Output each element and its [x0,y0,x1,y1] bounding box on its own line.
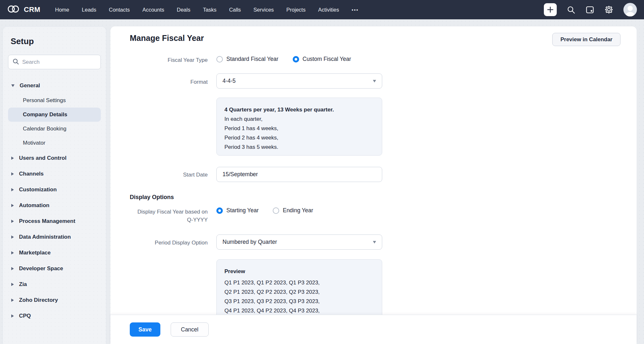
preview-line: Q3 P1 2023, Q3 P2 2023, Q3 P3 2023, [224,297,374,306]
display-fiscal-year-label: Display Fiscal Year based on Q-YYYY [123,208,208,224]
page-title: Manage Fiscal Year [130,33,204,43]
sidebar-item-personal-settings[interactable]: Personal Settings [8,93,101,108]
chevron-right-icon [11,157,14,160]
preview-box: Preview Q1 P1 2023, Q1 P2 2023, Q1 P3 20… [216,259,382,315]
section-label: Data Administration [19,234,71,240]
start-date-label: Start Date [123,172,208,178]
sidebar-item-company-details[interactable]: Company Details [8,108,101,122]
preview-in-calendar-button[interactable]: Preview in Calendar [552,33,620,46]
brand-name: CRM [24,5,40,14]
start-date-input[interactable] [216,167,382,182]
section-label: Zoho Directory [19,297,58,303]
sidebar-section-cpq[interactable]: CPQ [8,308,101,324]
user-avatar[interactable] [623,3,637,16]
preview-title: Preview [224,267,374,276]
chevron-right-icon [11,314,14,318]
navbar-actions [544,3,637,16]
radio-label: Starting Year [226,207,259,214]
radio-starting-year[interactable]: Starting Year [216,207,259,214]
label-line-1: Display Fiscal Year based on [123,208,208,216]
section-label: CPQ [19,313,31,319]
radio-unselected-icon [273,207,279,214]
radio-selected-icon [216,207,223,214]
sidebar-section-automation[interactable]: Automation [8,197,101,213]
nav-item-activities[interactable]: Activities [318,7,339,13]
chevron-right-icon [11,299,14,302]
section-label: Process Management [19,218,75,225]
format-select[interactable]: 4-4-5 [216,73,382,89]
radio-ending-year[interactable]: Ending Year [273,207,313,214]
chevron-right-icon [11,204,14,207]
sidebar-item-calendar-booking[interactable]: Calendar Booking [8,122,101,136]
radio-unselected-icon [216,56,223,62]
chevron-down-icon [11,84,14,87]
display-options-heading: Display Options [130,194,174,201]
calendar-icon[interactable] [585,5,594,14]
manage-fiscal-year-panel: Manage Fiscal Year Preview in Calendar F… [110,26,637,315]
info-line: Period 1 has 4 weeks, [224,124,374,133]
nav-item-services[interactable]: Services [253,7,274,13]
chevron-right-icon [11,267,14,270]
radio-label: Custom Fiscal Year [303,56,351,62]
section-label: Users and Control [19,155,66,161]
chevron-right-icon [11,172,14,176]
sidebar-section-zoho-directory[interactable]: Zoho Directory [8,292,101,308]
sidebar-section-users-and-control[interactable]: Users and Control [8,150,101,166]
nav-item-accounts[interactable]: Accounts [142,7,164,13]
chevron-right-icon [11,220,14,223]
gear-icon[interactable] [604,5,613,14]
nav-item-tasks[interactable]: Tasks [203,7,216,13]
section-label: Developer Space [19,265,63,272]
nav-item-home[interactable]: Home [55,7,69,13]
nav-item-calls[interactable]: Calls [229,7,241,13]
info-line: In each quarter, [224,114,374,124]
chevron-right-icon [11,188,14,191]
main-nav: Home Leads Contacts Accounts Deals Tasks… [55,7,359,13]
section-label: Automation [19,202,49,209]
section-label: Customization [19,186,57,193]
period-display-value: Numbered by Quarter [223,239,277,245]
sidebar-search-input[interactable] [22,59,96,65]
section-label: General [20,82,40,89]
period-display-select[interactable]: Numbered by Quarter [216,234,382,250]
crm-brand[interactable]: CRM [7,4,40,15]
setup-sidebar: Setup General Personal Settings Company … [3,26,106,344]
sidebar-section-process-management[interactable]: Process Management [8,213,101,229]
fiscal-year-type-label: Fiscal Year Type [123,57,208,63]
period-display-option-label: Period Display Option [123,240,208,246]
sidebar-section-general[interactable]: General [8,78,101,93]
save-button[interactable]: Save [130,322,160,337]
search-icon[interactable] [567,5,575,14]
format-info-box: 4 Quarters per year, 13 Weeks per quarte… [216,98,382,156]
radio-standard-fiscal-year[interactable]: Standard Fiscal Year [216,56,279,62]
nav-item-contacts[interactable]: Contacts [109,7,130,13]
create-plus-icon[interactable] [544,3,557,16]
top-navbar: CRM Home Leads Contacts Accounts Deals T… [0,0,644,19]
sidebar-section-developer-space[interactable]: Developer Space [8,261,101,276]
chevron-right-icon [11,251,14,254]
search-icon [13,58,19,66]
cancel-button[interactable]: Cancel [171,322,209,337]
sidebar-section-channels[interactable]: Channels [8,166,101,182]
preview-line: Q1 P1 2023, Q1 P2 2023, Q1 P3 2023, [224,278,374,287]
radio-label: Ending Year [283,207,313,214]
sidebar-section-marketplace[interactable]: Marketplace [8,245,101,261]
format-label: Format [123,79,208,85]
chevron-right-icon [11,283,14,286]
nav-item-leads[interactable]: Leads [82,7,96,13]
chevron-down-icon [373,80,376,82]
sidebar-item-motivator[interactable]: Motivator [8,136,101,150]
sidebar-section-customization[interactable]: Customization [8,182,101,197]
sidebar-search-box[interactable] [8,55,101,69]
nav-item-projects[interactable]: Projects [286,7,306,13]
chevron-right-icon [11,235,14,239]
sidebar-section-data-administration[interactable]: Data Administration [8,229,101,245]
page: CRM Home Leads Contacts Accounts Deals T… [0,0,644,344]
zoho-logo-icon [7,4,20,15]
sidebar-section-zia[interactable]: Zia [8,276,101,292]
display-based-radio-group: Starting Year Ending Year [216,207,313,214]
radio-custom-fiscal-year[interactable]: Custom Fiscal Year [293,56,351,62]
section-label: Zia [19,281,27,288]
nav-more-ellipsis-icon[interactable]: ••• [352,7,359,13]
nav-item-deals[interactable]: Deals [177,7,190,13]
